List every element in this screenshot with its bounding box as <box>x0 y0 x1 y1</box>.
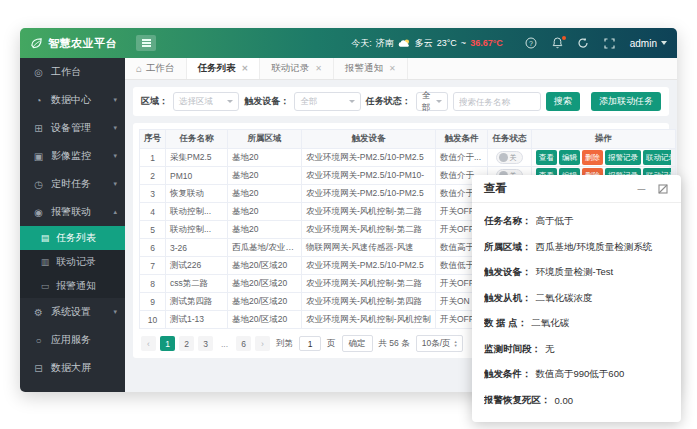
cell-device: 农业环境网关-风机控制-风机控制 <box>302 311 436 329</box>
notification-dot <box>562 36 566 40</box>
sidebar-item-label: 系统设置 <box>51 305 106 319</box>
sidebar-item-设备管理[interactable]: ⊞设备管理▾ <box>20 114 125 142</box>
page-button-3[interactable]: 3 <box>198 336 213 351</box>
cell-region: 基地20 <box>228 149 302 167</box>
sidebar-subitem-报警通知[interactable]: ▭报警通知 <box>20 274 125 298</box>
sidebar-item-影像监控[interactable]: ▣影像监控▾ <box>20 142 125 170</box>
confirm-button[interactable]: 确定 <box>342 335 373 352</box>
close-icon[interactable]: ✕ <box>242 64 249 73</box>
tab-报警通知[interactable]: 报警通知✕ <box>334 58 408 79</box>
data-center-icon: ◔ <box>33 95 44 106</box>
sidebar-item-系统设置[interactable]: ⚙系统设置▾ <box>20 298 125 326</box>
tab-联动记录[interactable]: 联动记录✕ <box>260 58 334 79</box>
sidebar-item-工作台[interactable]: ◎工作台 <box>20 58 125 86</box>
next-page-button[interactable]: › <box>255 336 270 351</box>
field-value: 高于低于 <box>536 215 574 228</box>
sidebar-item-报警联动[interactable]: ◉报警联动▴ <box>20 198 125 226</box>
weather-city: 济南 <box>376 37 394 50</box>
search-input[interactable] <box>453 92 541 111</box>
tab-工作台[interactable]: ⌂工作台 <box>125 58 187 79</box>
page-button-2[interactable]: 2 <box>179 336 194 351</box>
data-screen-icon: ⊟ <box>33 363 44 374</box>
page-button-6[interactable]: 6 <box>236 336 251 351</box>
fullscreen-icon[interactable] <box>603 37 616 50</box>
brand-name: 智慧农业平台 <box>48 36 117 51</box>
cell-region: 基地20/区域20 <box>228 293 302 311</box>
field-value: 0.00 <box>555 395 574 406</box>
cell-no: 3 <box>140 185 166 203</box>
sidebar-subitem-联动记录[interactable]: ▥联动记录 <box>20 250 125 274</box>
minimize-icon[interactable]: ─ <box>635 182 648 195</box>
cell-name: 测试第四路 <box>166 293 228 311</box>
goto-page-input[interactable] <box>299 336 321 351</box>
modal-field: 所属区域：西瓜基地/环境质量检测系统 <box>484 235 669 261</box>
modal-field: 任务名称：高于低于 <box>484 209 669 235</box>
modal-header: 查看 ─ <box>472 175 681 203</box>
sidebar-subitem-label: 报警通知 <box>56 279 96 293</box>
toggle-knob <box>499 153 508 162</box>
sidebar-subitem-任务列表[interactable]: ▤任务列表 <box>20 226 125 250</box>
refresh-icon[interactable] <box>577 37 590 50</box>
sidebar-item-label: 影像监控 <box>51 149 106 163</box>
cell-name: 联动控制... <box>166 203 228 221</box>
sidebar-item-应用服务[interactable]: ○应用服务 <box>20 326 125 354</box>
cell-name: 3-26 <box>166 239 228 257</box>
help-icon[interactable]: ? <box>525 37 538 50</box>
cell-name: 恢复联动 <box>166 185 228 203</box>
weather-condition: 多云 <box>415 37 433 50</box>
delete-button[interactable]: 删除 <box>582 150 603 165</box>
sidebar-item-数据大屏[interactable]: ⊟数据大屏 <box>20 354 125 382</box>
cell-region: 基地20/区域20 <box>228 257 302 275</box>
status-toggle[interactable]: 关 <box>496 151 523 164</box>
cell-name: css第二路 <box>166 275 228 293</box>
status-value: 全部 <box>422 90 432 114</box>
tab-任务列表[interactable]: 任务列表✕ <box>187 58 261 79</box>
sidebar-collapse-button[interactable] <box>136 35 156 51</box>
edit-button[interactable]: 编辑 <box>559 150 580 165</box>
weather-prefix: 今天: <box>351 37 372 50</box>
prev-page-button[interactable]: ‹ <box>141 336 156 351</box>
region-select[interactable]: 选择区域 <box>173 92 239 111</box>
view-button[interactable]: 查看 <box>536 150 557 165</box>
sidebar-item-数据中心[interactable]: ◔数据中心▾ <box>20 86 125 114</box>
field-label: 任务名称： <box>484 215 532 228</box>
trigger-device-label: 触发设备： <box>244 95 289 108</box>
workbench-icon: ◎ <box>33 67 44 78</box>
user-menu[interactable]: admin <box>630 38 667 49</box>
per-page-select[interactable]: 10条/页▴▾ <box>416 335 463 352</box>
filter-bar: 区域： 选择区域 触发设备： 全部 任务状态： 全部 <box>133 87 669 116</box>
close-icon[interactable]: ✕ <box>315 64 322 73</box>
field-value: 二氧化碳 <box>531 317 569 330</box>
field-label: 触发从机： <box>484 292 532 305</box>
cell-device: 物联网网关-风速传感器-风速 <box>302 239 436 257</box>
search-button[interactable]: 搜索 <box>546 92 580 111</box>
bell-icon[interactable] <box>551 37 564 50</box>
close-icon[interactable]: ✕ <box>389 64 396 73</box>
table-header-row: 序号任务名称所属区域触发设备触发条件任务状态操作 <box>140 130 676 149</box>
header-icons: ? <box>525 37 616 50</box>
field-label: 触发条件： <box>484 368 532 381</box>
expand-icon[interactable] <box>656 182 669 195</box>
modal-field: 数 据 点：二氧化碳 <box>484 311 669 337</box>
column-header-任务状态: 任务状态 <box>488 130 532 149</box>
tab-label: 任务列表 <box>198 62 236 75</box>
home-icon: ⌂ <box>136 63 142 74</box>
task-status-select[interactable]: 全部 <box>416 92 448 111</box>
linkage-record-button[interactable]: 联动记录 <box>643 150 671 165</box>
trigger-device-select[interactable]: 全部 <box>294 92 360 111</box>
cell-name: 采集PM2.5 <box>166 149 228 167</box>
chevron-down-icon <box>661 41 667 45</box>
cell-no: 4 <box>140 203 166 221</box>
hamburger-icon <box>142 42 151 44</box>
alarm-record-button[interactable]: 报警记录 <box>605 150 641 165</box>
add-linkage-task-button[interactable]: 添加联动任务 <box>591 92 661 111</box>
field-value: 二氧化碳浓度 <box>536 292 593 305</box>
page-button-1[interactable]: 1 <box>160 336 175 351</box>
sidebar-item-定时任务[interactable]: ◷定时任务▾ <box>20 170 125 198</box>
cell-status: 关 <box>488 149 532 167</box>
chevron-down-icon <box>349 100 355 103</box>
weather-widget: 今天: 济南 多云 23°C ~ 36.67°C <box>351 37 503 50</box>
chevron-down-icon: ▾ <box>113 124 117 132</box>
cell-region: 基地20 <box>228 185 302 203</box>
table-row: 1采集PM2.5基地20农业环境网关-PM2.5/10-PM2.5数值介于...… <box>140 149 676 167</box>
